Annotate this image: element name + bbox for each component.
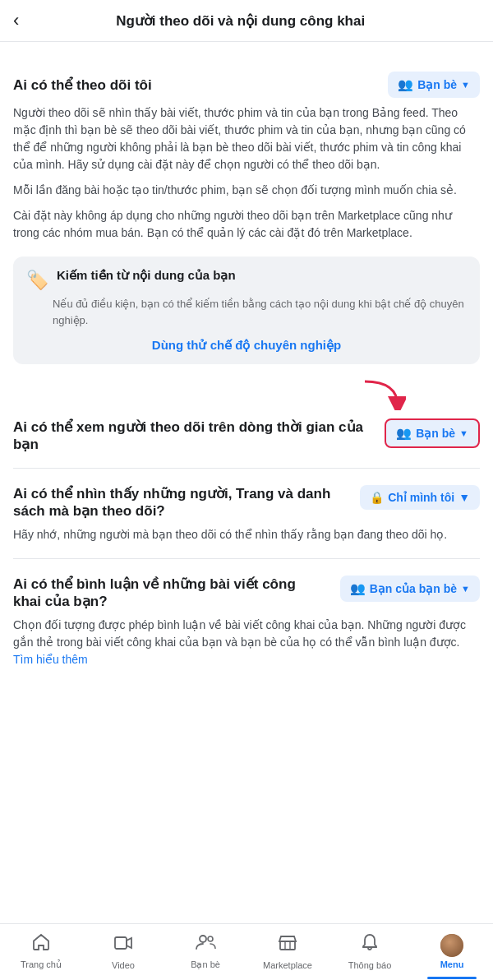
section1-title: Ai có thể theo dõi tôi [13,76,388,94]
nav-notifications-label: Thông báo [348,960,392,970]
section4-body: Chọn đối tượng được phép bình luận về bà… [13,617,480,668]
section3-dropdown[interactable]: 🔒 Chỉ mình tôi ▼ [360,485,480,510]
section3-btn-label: Chỉ mình tôi [388,491,454,504]
avatar [440,934,463,957]
info-card-header: 🏷️ Kiếm tiền từ nội dung của bạn [26,268,467,291]
friends-nav-icon [195,932,216,957]
section2-title: Ai có thể xem người theo dõi trên dòng t… [13,418,376,453]
red-arrow-icon [357,377,406,410]
nav-home[interactable]: Trang chủ [0,931,82,972]
section4-title: Ai có thể bình luận về những bài viết cô… [13,576,332,610]
nav-video-label: Video [112,960,135,970]
section1-btn-label: Bạn bè [417,78,457,91]
main-content: Ai có thể theo dõi tôi 👥 Bạn bè ▼ Người … [0,42,493,742]
arrow-container [13,377,431,410]
bottom-nav: Trang chủ Video Bạn bè [0,923,493,980]
nav-home-label: Trang chủ [21,959,62,970]
section2-dropdown[interactable]: 👥 Bạn bè ▼ [385,418,480,448]
nav-menu-label: Menu [440,959,464,969]
divider1 [13,468,480,469]
section2-btn-label: Bạn bè [416,427,455,440]
svg-point-2 [208,936,213,941]
nav-menu[interactable]: Menu [411,932,493,971]
section3-body: Hãy nhớ, những người mà bạn theo dõi có … [13,526,480,543]
chevron-down-icon4: ▼ [461,584,470,594]
lock-icon: 🔒 [370,491,384,504]
info-card: 🏷️ Kiếm tiền từ nội dung của bạn Nếu đủ … [13,257,480,364]
section1-body3: Cài đặt này không áp dụng cho những ngườ… [13,207,480,242]
divider2 [13,558,480,559]
header: ‹ Người theo dõi và nội dung công khai [0,0,493,42]
learn-more-link[interactable]: Tìm hiểu thêm [13,653,88,666]
nav-friends-label: Bạn bè [191,959,220,970]
page-title: Người theo dõi và nội dung công khai [29,12,452,30]
section3-title: Ai có thể nhìn thấy những người, Trang v… [13,485,352,520]
svg-rect-0 [115,937,127,949]
video-icon [113,933,133,958]
nav-friends[interactable]: Bạn bè [164,931,246,972]
info-card-body: Nếu đủ điều kiện, bạn có thể kiếm tiền b… [53,296,467,328]
bell-icon [360,933,380,958]
chevron-down-icon3: ▼ [458,491,470,504]
section4-btn-label: Bạn của bạn bè [370,582,457,595]
section2-header: Ai có thể xem người theo dõi trên dòng t… [13,418,480,453]
nav-notifications[interactable]: Thông báo [329,931,411,972]
chevron-down-icon: ▼ [461,80,470,90]
svg-point-1 [200,936,206,942]
section1-body1: Người theo dõi sẽ nhìn thấy bài viết, th… [13,104,480,173]
section4-dropdown[interactable]: 👥 Bạn của bạn bè ▼ [340,576,480,602]
section1-header: Ai có thể theo dõi tôi 👥 Bạn bè ▼ [13,72,480,98]
back-button[interactable]: ‹ [13,10,19,31]
section4-header: Ai có thể bình luận về những bài viết cô… [13,576,480,610]
friends-icon3: 👥 [350,581,366,596]
friends-icon2: 👥 [396,426,412,441]
marketplace-icon [278,933,297,958]
monetize-icon: 🏷️ [26,270,48,291]
nav-marketplace[interactable]: Marketplace [246,931,329,972]
info-card-title: Kiếm tiền từ nội dung của bạn [57,268,236,283]
chevron-down-icon2: ▼ [459,428,468,438]
pro-mode-link[interactable]: Dùng thử chế độ chuyên nghiệp [26,338,467,353]
friends-icon: 👥 [398,77,413,92]
nav-video[interactable]: Video [82,931,164,972]
svg-rect-3 [280,941,295,950]
section1-body2: Mỗi lần đăng bài hoặc tạo tin/thước phim… [13,182,480,199]
home-icon [31,932,51,957]
nav-marketplace-label: Marketplace [263,960,312,970]
section1-dropdown[interactable]: 👥 Bạn bè ▼ [388,72,480,98]
section3-header: Ai có thể nhìn thấy những người, Trang v… [13,485,480,520]
